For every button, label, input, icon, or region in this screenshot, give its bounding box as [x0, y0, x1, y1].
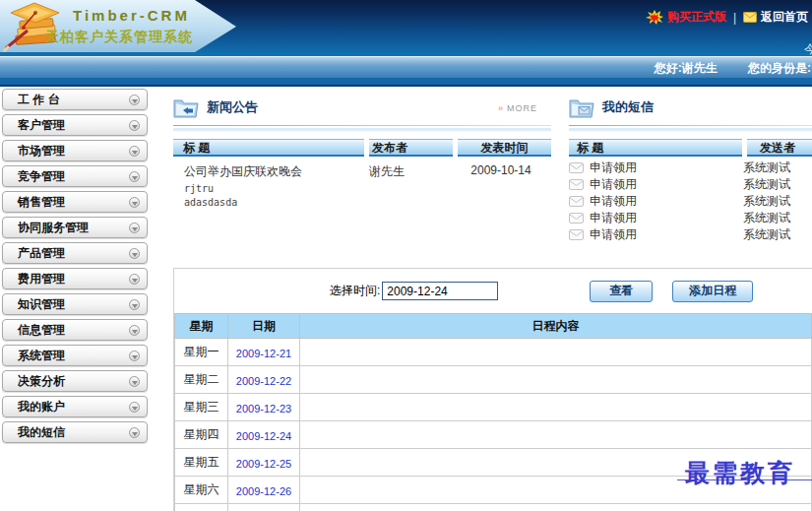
- chevron-down-icon[interactable]: [129, 171, 140, 182]
- sidebar-item-label: 工 作 台: [18, 92, 60, 108]
- date-input[interactable]: [382, 282, 498, 300]
- week-cell: 星期三: [175, 394, 228, 421]
- divider: [569, 125, 812, 126]
- schedule-controls: 选择时间: 查看 添加日程: [174, 269, 812, 313]
- news-item-title[interactable]: rjtru: [173, 183, 551, 194]
- message-row[interactable]: 申请领用 系统测试: [569, 161, 812, 173]
- news-title: 新闻公告: [207, 98, 258, 116]
- message-sender: 系统测试: [743, 193, 790, 210]
- sidebar-item-my-account[interactable]: 我的账户: [2, 396, 148, 417]
- sidebar-item-decision-analysis[interactable]: 决策分析: [2, 370, 148, 392]
- chevron-down-icon[interactable]: [129, 197, 140, 208]
- date-link[interactable]: 2009-12-22: [236, 375, 291, 387]
- chevron-down-icon[interactable]: [129, 146, 140, 157]
- col-date: 日期: [228, 314, 300, 339]
- news-item-title[interactable]: 公司举办国庆联欢晚会: [173, 163, 369, 180]
- sidebar-item-label: 协同服务管理: [18, 220, 89, 236]
- message-title[interactable]: 申请领用: [590, 176, 637, 193]
- news-item-title[interactable]: adasdasda: [173, 197, 551, 208]
- logo-plate: Timber-CRM 天柏客户关系管理系统: [0, 0, 236, 52]
- sidebar-item-info-mgmt[interactable]: 信息管理: [2, 319, 148, 341]
- chevron-down-icon[interactable]: [129, 427, 140, 438]
- messages-folder-icon: [569, 97, 594, 118]
- sidebar-item-workbench[interactable]: 工 作 台: [2, 89, 148, 110]
- date-link[interactable]: 2009-12-25: [236, 458, 291, 470]
- chevron-down-icon[interactable]: [129, 274, 140, 285]
- sidebar-item-label: 市场管理: [18, 143, 65, 160]
- chevron-down-icon[interactable]: [129, 376, 140, 387]
- news-item-publisher: 谢先生: [369, 163, 456, 180]
- message-title[interactable]: 申请领用: [590, 210, 637, 226]
- date-link[interactable]: 2009-12-24: [236, 430, 291, 442]
- burst-icon: [646, 10, 663, 25]
- sidebar-item-collab-service-mgmt[interactable]: 协同服务管理: [2, 217, 148, 238]
- select-time-label: 选择时间:: [330, 283, 380, 299]
- messages-col-sender: 发送者: [747, 139, 812, 157]
- sidebar-item-customer-mgmt[interactable]: 客户管理: [2, 114, 148, 136]
- messages-header: 我的短信: [569, 95, 812, 120]
- content-cell: [300, 421, 812, 449]
- chevron-down-icon[interactable]: [129, 223, 140, 233]
- header-bottom-strip: [0, 78, 812, 87]
- sidebar-item-knowledge-mgmt[interactable]: 知识管理: [2, 293, 148, 315]
- sidebar-item-label: 系统管理: [18, 348, 65, 364]
- greeting-hello: 您好:谢先生: [655, 61, 718, 75]
- buy-full-version-link[interactable]: 购买正式版: [667, 9, 726, 26]
- watermark: 最需教育: [677, 459, 812, 498]
- view-button[interactable]: 查看: [590, 281, 653, 302]
- chevron-down-icon[interactable]: [129, 351, 140, 361]
- sidebar-item-label: 信息管理: [18, 322, 65, 339]
- sidebar-item-label: 费用管理: [18, 271, 65, 287]
- date-link[interactable]: 2009-12-21: [236, 348, 291, 359]
- chevron-down-icon[interactable]: [129, 402, 140, 413]
- envelope-icon: [569, 196, 584, 207]
- messages-table-header: 标 题 发送者: [569, 139, 812, 157]
- envelope-icon: [569, 213, 584, 224]
- sidebar-item-sales-mgmt[interactable]: 销售管理: [2, 191, 148, 213]
- sidebar-item-label: 销售管理: [18, 194, 65, 211]
- message-title[interactable]: 申请领用: [590, 226, 637, 243]
- date-link[interactable]: 2009-12-26: [236, 485, 291, 497]
- schedule-table-header: 星期 日期 日程内容: [175, 314, 812, 339]
- chevron-down-icon[interactable]: [129, 325, 140, 336]
- news-more-link[interactable]: » MORE: [498, 103, 537, 113]
- envelope-home-icon: [743, 12, 757, 23]
- sidebar-item-label: 我的短信: [18, 424, 65, 441]
- message-title[interactable]: 申请领用: [590, 193, 637, 210]
- return-home-link[interactable]: 返回首页: [761, 9, 808, 26]
- message-sender: 系统测试: [743, 176, 790, 193]
- message-title[interactable]: 申请领用: [590, 160, 637, 176]
- sidebar-item-market-mgmt[interactable]: 市场管理: [2, 140, 148, 161]
- message-row[interactable]: 申请领用 系统测试: [569, 195, 812, 207]
- divider: [569, 128, 812, 131]
- content-cell: [300, 394, 812, 421]
- sidebar-menu: 工 作 台 客户管理 市场管理 竞争管理 销售管理 协同服务管理 产品管理 费用…: [2, 89, 148, 447]
- chevron-down-icon[interactable]: [129, 95, 140, 105]
- brand-title: Timber-CRM: [73, 7, 190, 24]
- col-week: 星期: [175, 314, 228, 339]
- message-row[interactable]: 申请领用 系统测试: [569, 178, 812, 190]
- message-row[interactable]: 申请领用 系统测试: [569, 212, 812, 224]
- greeting-identity: 您的身份是:: [748, 61, 811, 75]
- date-link[interactable]: 2009-12-23: [236, 403, 291, 415]
- sidebar-item-label: 我的账户: [18, 399, 65, 415]
- message-row[interactable]: 申请领用 系统测试: [569, 228, 812, 240]
- messages-col-title: 标 题: [569, 139, 742, 157]
- chevron-down-icon[interactable]: [129, 248, 140, 259]
- sidebar-item-expense-mgmt[interactable]: 费用管理: [2, 268, 148, 289]
- message-sender: 系统测试: [743, 210, 790, 226]
- sidebar-item-product-mgmt[interactable]: 产品管理: [2, 242, 148, 264]
- greeting-text: 您好:谢先生 您的身份是:: [655, 60, 811, 77]
- add-schedule-button[interactable]: 添加日程: [672, 281, 753, 302]
- news-col-date: 发表时间: [458, 139, 551, 157]
- more-label: MORE: [507, 103, 537, 113]
- envelope-icon: [569, 179, 584, 190]
- chevron-down-icon[interactable]: [129, 120, 140, 131]
- sidebar-item-my-messages[interactable]: 我的短信: [2, 421, 148, 443]
- week-cell: 星期二: [175, 366, 228, 394]
- sidebar-item-competition-mgmt[interactable]: 竞争管理: [2, 165, 148, 187]
- chevron-down-icon[interactable]: [129, 299, 140, 310]
- sidebar-item-system-mgmt[interactable]: 系统管理: [2, 345, 148, 366]
- divider: [173, 125, 551, 126]
- brand-subtitle: 天柏客户关系管理系统: [45, 29, 193, 46]
